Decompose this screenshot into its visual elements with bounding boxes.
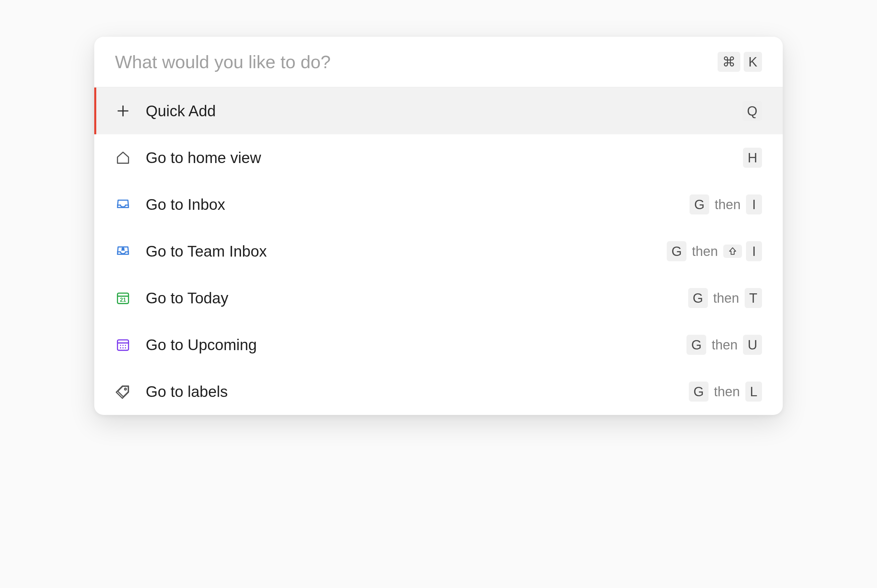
- inbox-icon: [115, 196, 131, 213]
- shift-key: [723, 244, 742, 258]
- command-quick-add[interactable]: Quick Add Q: [94, 87, 783, 134]
- search-input[interactable]: [115, 51, 718, 72]
- svg-point-14: [125, 388, 127, 390]
- svg-point-11: [120, 347, 121, 348]
- svg-point-10: [125, 345, 126, 346]
- command-shortcut: G then L: [689, 381, 762, 402]
- k-key: K: [743, 52, 762, 72]
- command-palette: ⌘ K Quick Add Q: [94, 37, 783, 415]
- shortcut-key: Q: [742, 101, 762, 121]
- svg-point-8: [120, 345, 121, 346]
- shortcut-key: U: [743, 335, 762, 355]
- command-label: Go to Today: [146, 289, 688, 307]
- then-text: then: [715, 197, 740, 212]
- command-shortcut: G then T: [688, 288, 762, 308]
- command-team-inbox[interactable]: Go to Team Inbox G then I: [94, 228, 783, 274]
- shortcut-key: G: [686, 335, 706, 355]
- command-list: Quick Add Q Go to home view H: [94, 87, 783, 415]
- command-inbox[interactable]: Go to Inbox G then I: [94, 181, 783, 228]
- svg-point-13: [125, 347, 126, 348]
- command-today[interactable]: 21 Go to Today G then T: [94, 274, 783, 321]
- command-shortcut: G then I: [667, 241, 762, 261]
- then-text: then: [712, 338, 737, 352]
- command-label: Quick Add: [146, 102, 742, 120]
- command-label: Go to Inbox: [146, 195, 689, 213]
- svg-point-9: [122, 345, 124, 346]
- command-shortcut: Q: [742, 101, 762, 121]
- shortcut-key: T: [745, 288, 762, 308]
- command-label: Go to Upcoming: [146, 336, 686, 354]
- svg-point-12: [122, 347, 124, 348]
- shortcut-key: I: [746, 195, 762, 214]
- today-icon: 21: [115, 290, 131, 306]
- command-shortcut: G then U: [686, 335, 762, 355]
- command-label: Go to Team Inbox: [146, 242, 667, 260]
- search-row: ⌘ K: [94, 37, 783, 87]
- shortcut-key: G: [689, 381, 709, 402]
- then-text: then: [692, 244, 718, 259]
- command-label: Go to home view: [146, 148, 743, 167]
- command-label: Go to labels: [146, 382, 689, 400]
- command-shortcut: G then I: [689, 195, 762, 214]
- label-icon: [115, 384, 131, 400]
- plus-icon: [115, 103, 131, 119]
- command-home[interactable]: Go to home view H: [94, 134, 783, 181]
- shortcut-key: H: [743, 148, 762, 168]
- svg-text:21: 21: [120, 297, 126, 303]
- search-shortcut-hint: ⌘ K: [718, 52, 762, 72]
- command-upcoming[interactable]: Go to Upcoming G then U: [94, 321, 783, 368]
- shortcut-key: G: [667, 241, 686, 261]
- shortcut-key: G: [688, 288, 708, 308]
- then-text: then: [713, 291, 739, 306]
- then-text: then: [714, 384, 740, 399]
- upcoming-icon: [115, 337, 131, 353]
- command-labels[interactable]: Go to labels G then L: [94, 368, 783, 415]
- cmd-key: ⌘: [718, 52, 740, 72]
- shortcut-key: I: [746, 241, 762, 261]
- home-icon: [115, 150, 131, 166]
- shortcut-key: G: [689, 195, 709, 214]
- team-inbox-icon: [115, 243, 131, 259]
- command-shortcut: H: [743, 148, 762, 168]
- shortcut-key: L: [745, 381, 762, 402]
